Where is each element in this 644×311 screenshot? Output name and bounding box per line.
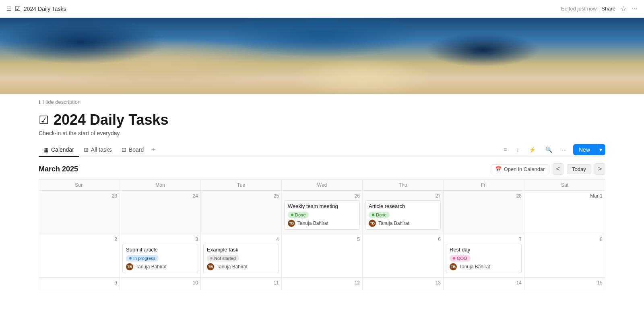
add-view-button[interactable]: + (149, 143, 159, 157)
calendar-month: March 2025 (39, 165, 78, 173)
day-header-sat: Sat (524, 180, 605, 191)
event-user: TBTanuja Bahirat (369, 220, 437, 227)
calendar-tab-label: Calendar (51, 146, 74, 153)
day-cell[interactable]: 27Article researchDoneTBTanuja Bahirat (363, 191, 444, 234)
day-number: 6 (365, 237, 441, 242)
day-number: 14 (446, 280, 522, 286)
all-tasks-tab-label: All tasks (91, 146, 112, 153)
day-cell[interactable]: 5 (282, 234, 363, 278)
badge-dot (129, 257, 132, 260)
day-cell[interactable]: 2 (39, 234, 120, 278)
hide-description-button[interactable]: ℹ Hide description (39, 94, 605, 108)
info-icon: ℹ (39, 99, 41, 105)
day-header-thu: Thu (363, 180, 444, 191)
page-content: ℹ Hide description ☑ 2024 Daily Tasks Ch… (0, 94, 644, 290)
topbar-left: ☰ ☑ 2024 Daily Tasks (6, 5, 66, 12)
tab-board[interactable]: ⊟ Board (117, 143, 149, 157)
search-button[interactable]: 🔍 (542, 144, 555, 155)
day-cell[interactable]: 10 (120, 278, 201, 290)
day-cell[interactable]: 14 (444, 278, 524, 290)
new-button-dropdown[interactable]: ▾ (596, 144, 605, 155)
topbar-right: Edited just now Share ☆ ··· (561, 4, 638, 13)
event-title: Submit article (126, 247, 194, 253)
event-badge: Not started (207, 255, 239, 262)
day-number: 2 (41, 237, 117, 242)
event-card[interactable]: Submit articleIn progressTBTanuja Bahira… (122, 244, 198, 273)
day-number: 25 (203, 193, 279, 199)
topbar-edit-status: Edited just now (561, 6, 597, 12)
badge-dot (291, 214, 293, 216)
calendar-next-button[interactable]: > (594, 163, 605, 175)
avatar: TB (207, 263, 214, 270)
day-cell[interactable]: 6 (363, 234, 444, 278)
badge-label: In progress (133, 256, 155, 261)
new-button-label[interactable]: New (573, 144, 596, 155)
event-title: Weekly team meeting (288, 203, 356, 209)
event-card[interactable]: Article researchDoneTBTanuja Bahirat (365, 200, 441, 230)
calendar-nav: 📅 Open in Calendar < Today > (491, 163, 605, 175)
sort-button[interactable]: ↕ (513, 144, 522, 155)
day-number: 12 (284, 280, 360, 286)
bolt-button[interactable]: ⚡ (526, 144, 539, 155)
day-cell[interactable]: 13 (363, 278, 444, 290)
event-card[interactable]: Example taskNot startedTBTanuja Bahirat (203, 244, 279, 273)
more-options-icon[interactable]: ··· (632, 4, 638, 13)
calendar-today-button[interactable]: Today (567, 164, 591, 174)
tab-all-tasks[interactable]: ⊞ All tasks (79, 143, 117, 157)
event-user: TBTanuja Bahirat (126, 263, 194, 270)
day-cell[interactable]: 28 (444, 191, 524, 234)
day-cell[interactable]: Mar 1 (524, 191, 605, 234)
avatar: TB (450, 263, 457, 270)
menu-icon[interactable]: ☰ (6, 6, 12, 12)
event-user: TBTanuja Bahirat (288, 220, 356, 227)
day-cell[interactable]: 9 (39, 278, 120, 290)
board-tab-icon: ⊟ (122, 146, 126, 153)
day-number: 15 (527, 280, 603, 286)
open-calendar-label: Open in Calendar (504, 166, 545, 172)
user-name: Tanuja Bahirat (136, 264, 167, 270)
open-calendar-button[interactable]: 📅 Open in Calendar (491, 164, 549, 174)
day-header-sun: Sun (39, 180, 120, 191)
day-cell[interactable]: 8 (524, 234, 605, 278)
tab-calendar[interactable]: ▦ Calendar (39, 143, 79, 157)
day-header-wed: Wed (282, 180, 363, 191)
event-badge: Done (288, 212, 309, 218)
event-card[interactable]: Weekly team meetingDoneTBTanuja Bahirat (284, 200, 360, 230)
topbar: ☰ ☑ 2024 Daily Tasks Edited just now Sha… (0, 0, 644, 18)
calendar-prev-button[interactable]: < (553, 163, 564, 175)
day-number: 8 (527, 237, 603, 242)
cover-art (0, 18, 644, 94)
day-cell[interactable]: 7Rest dayOOOTBTanuja Bahirat (444, 234, 524, 278)
day-cell[interactable]: 3Submit articleIn progressTBTanuja Bahir… (120, 234, 201, 278)
day-number: 3 (122, 237, 198, 242)
day-cell[interactable]: 4Example taskNot startedTBTanuja Bahirat (201, 234, 282, 278)
day-header-mon: Mon (120, 180, 201, 191)
calendar-icon: 📅 (495, 166, 502, 172)
day-cell[interactable]: 24 (120, 191, 201, 234)
page-title: 2024 Daily Tasks (54, 111, 169, 128)
day-cell[interactable]: 15 (524, 278, 605, 290)
day-cell[interactable]: 11 (201, 278, 282, 290)
day-number: 5 (284, 237, 360, 242)
badge-label: Not started (214, 256, 236, 261)
user-name: Tanuja Bahirat (378, 220, 409, 226)
badge-dot (210, 257, 213, 260)
topbar-share-button[interactable]: Share (601, 6, 615, 12)
day-cell[interactable]: 26Weekly team meetingDoneTBTanuja Bahira… (282, 191, 363, 234)
day-cell[interactable]: 25 (201, 191, 282, 234)
day-number: 27 (365, 193, 441, 199)
topbar-title: 2024 Daily Tasks (24, 6, 66, 12)
more-toolbar-button[interactable]: ··· (559, 144, 570, 155)
day-cell[interactable]: 12 (282, 278, 363, 290)
badge-dot (453, 257, 455, 260)
day-number: 26 (284, 193, 360, 199)
page-subtitle: Check-in at the start of everyday. (39, 130, 605, 143)
event-badge: Done (369, 212, 390, 218)
tabs-row: ▦ Calendar ⊞ All tasks ⊟ Board + ≡ ↕ ⚡ 🔍… (39, 143, 605, 157)
new-button[interactable]: New ▾ (573, 144, 605, 155)
day-cell[interactable]: 23 (39, 191, 120, 234)
star-icon[interactable]: ☆ (620, 4, 627, 13)
event-card[interactable]: Rest dayOOOTBTanuja Bahirat (446, 244, 522, 273)
tabs-left: ▦ Calendar ⊞ All tasks ⊟ Board + (39, 143, 159, 157)
filter-button[interactable]: ≡ (500, 144, 510, 155)
